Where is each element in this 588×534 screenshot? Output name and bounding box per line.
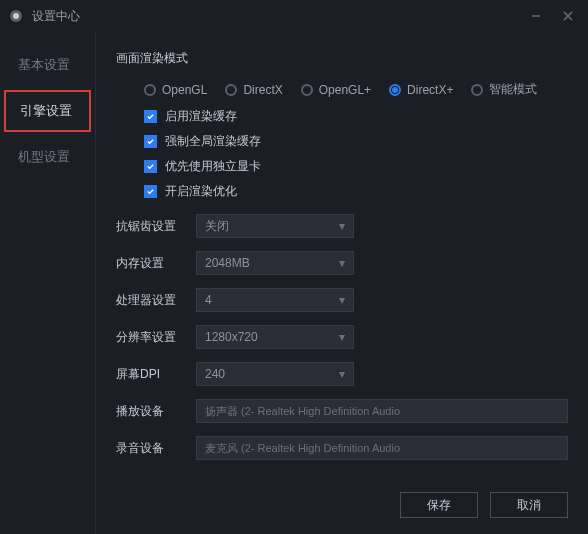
checkbox-label: 开启渲染优化 — [165, 183, 237, 200]
resolution-label: 分辨率设置 — [116, 329, 196, 346]
check-prefer-dgpu[interactable]: 优先使用独立显卡 — [144, 158, 568, 175]
save-button[interactable]: 保存 — [400, 492, 478, 518]
sidebar-item-basic[interactable]: 基本设置 — [0, 44, 95, 86]
chevron-down-icon: ▾ — [339, 219, 345, 233]
radio-label: DirectX+ — [407, 83, 453, 97]
sidebar-item-model[interactable]: 机型设置 — [0, 136, 95, 178]
select-value: 关闭 — [205, 218, 229, 235]
field-value: 扬声器 (2- Realtek High Definition Audio — [205, 404, 400, 419]
checkbox-label: 强制全局渲染缓存 — [165, 133, 261, 150]
dpi-label: 屏幕DPI — [116, 366, 196, 383]
radio-opengl-plus[interactable]: OpenGL+ — [301, 83, 371, 97]
radio-directx-plus[interactable]: DirectX+ — [389, 83, 453, 97]
radio-directx[interactable]: DirectX — [225, 83, 282, 97]
radio-label: 智能模式 — [489, 81, 537, 98]
row-cpu: 处理器设置 4 ▾ — [116, 288, 568, 312]
radio-label: DirectX — [243, 83, 282, 97]
settings-window: 设置中心 基本设置 引擎设置 机型设置 画面渲染模式 OpenGL — [0, 0, 588, 534]
memory-label: 内存设置 — [116, 255, 196, 272]
svg-point-1 — [13, 13, 19, 19]
render-mode-radios: OpenGL DirectX OpenGL+ DirectX+ 智能模式 — [144, 81, 568, 98]
check-render-optimize[interactable]: 开启渲染优化 — [144, 183, 568, 200]
checkbox-label: 优先使用独立显卡 — [165, 158, 261, 175]
select-value: 4 — [205, 293, 212, 307]
checkmark-icon — [144, 185, 157, 198]
checkmark-icon — [144, 110, 157, 123]
check-force-global-cache[interactable]: 强制全局渲染缓存 — [144, 133, 568, 150]
render-mode-label: 画面渲染模式 — [116, 50, 568, 67]
titlebar: 设置中心 — [0, 0, 588, 32]
playback-field[interactable]: 扬声器 (2- Realtek High Definition Audio — [196, 399, 568, 423]
field-value: 麦克风 (2- Realtek High Definition Audio — [205, 441, 400, 456]
sidebar-item-engine[interactable]: 引擎设置 — [4, 90, 91, 132]
window-title: 设置中心 — [32, 8, 80, 25]
window-body: 基本设置 引擎设置 机型设置 画面渲染模式 OpenGL DirectX Ope… — [0, 32, 588, 534]
app-icon — [8, 8, 24, 24]
radio-opengl[interactable]: OpenGL — [144, 83, 207, 97]
radio-icon — [301, 84, 313, 96]
recording-field[interactable]: 麦克风 (2- Realtek High Definition Audio — [196, 436, 568, 460]
close-button[interactable] — [556, 4, 580, 28]
content-panel: 画面渲染模式 OpenGL DirectX OpenGL+ DirectX+ — [96, 32, 588, 534]
radio-icon — [225, 84, 237, 96]
select-value: 2048MB — [205, 256, 250, 270]
select-value: 1280x720 — [205, 330, 258, 344]
recording-label: 录音设备 — [116, 440, 196, 457]
checkmark-icon — [144, 135, 157, 148]
row-dpi: 屏幕DPI 240 ▾ — [116, 362, 568, 386]
playback-label: 播放设备 — [116, 403, 196, 420]
memory-select[interactable]: 2048MB ▾ — [196, 251, 354, 275]
row-recording: 录音设备 麦克风 (2- Realtek High Definition Aud… — [116, 436, 568, 460]
row-resolution: 分辨率设置 1280x720 ▾ — [116, 325, 568, 349]
sidebar: 基本设置 引擎设置 机型设置 — [0, 32, 96, 534]
cpu-select[interactable]: 4 ▾ — [196, 288, 354, 312]
minimize-button[interactable] — [524, 4, 548, 28]
antialias-select[interactable]: 关闭 ▾ — [196, 214, 354, 238]
chevron-down-icon: ▾ — [339, 293, 345, 307]
checkbox-label: 启用渲染缓存 — [165, 108, 237, 125]
chevron-down-icon: ▾ — [339, 330, 345, 344]
dpi-select[interactable]: 240 ▾ — [196, 362, 354, 386]
cpu-label: 处理器设置 — [116, 292, 196, 309]
antialias-label: 抗锯齿设置 — [116, 218, 196, 235]
resolution-select[interactable]: 1280x720 ▾ — [196, 325, 354, 349]
render-checkboxes: 启用渲染缓存 强制全局渲染缓存 优先使用独立显卡 开启渲染优化 — [144, 108, 568, 200]
radio-icon — [471, 84, 483, 96]
chevron-down-icon: ▾ — [339, 367, 345, 381]
settings-form: 抗锯齿设置 关闭 ▾ 内存设置 2048MB ▾ 处理器设置 — [116, 214, 568, 460]
window-controls — [524, 4, 580, 28]
radio-label: OpenGL — [162, 83, 207, 97]
checkmark-icon — [144, 160, 157, 173]
row-antialias: 抗锯齿设置 关闭 ▾ — [116, 214, 568, 238]
cancel-button[interactable]: 取消 — [490, 492, 568, 518]
radio-icon — [144, 84, 156, 96]
radio-smart[interactable]: 智能模式 — [471, 81, 537, 98]
footer-buttons: 保存 取消 — [116, 476, 568, 518]
radio-label: OpenGL+ — [319, 83, 371, 97]
row-playback: 播放设备 扬声器 (2- Realtek High Definition Aud… — [116, 399, 568, 423]
row-memory: 内存设置 2048MB ▾ — [116, 251, 568, 275]
chevron-down-icon: ▾ — [339, 256, 345, 270]
check-enable-cache[interactable]: 启用渲染缓存 — [144, 108, 568, 125]
select-value: 240 — [205, 367, 225, 381]
radio-icon — [389, 84, 401, 96]
